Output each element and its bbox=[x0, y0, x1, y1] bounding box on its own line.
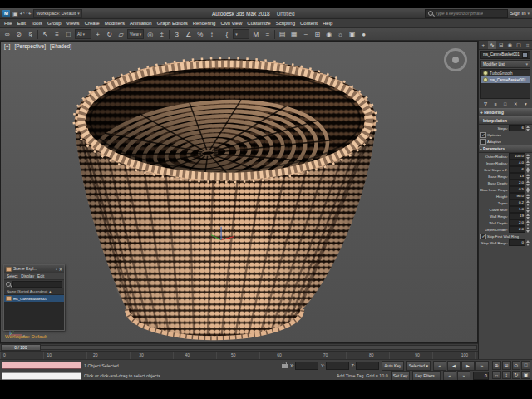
viewcube[interactable] bbox=[444, 48, 467, 71]
param-value[interactable]: 1.0 bbox=[509, 206, 525, 213]
menu-tools[interactable]: Tools bbox=[28, 21, 45, 26]
pan-view-button[interactable]: ↔ bbox=[492, 371, 501, 380]
tab-motion[interactable]: ◉ bbox=[505, 41, 515, 49]
tab-utilities[interactable]: ⌗ bbox=[523, 41, 532, 49]
curve-editor-icon[interactable]: ~ bbox=[300, 29, 311, 40]
select-and-manipulate-icon[interactable]: ‡ bbox=[156, 29, 167, 40]
menu-views[interactable]: Views bbox=[64, 21, 82, 26]
spinner-up-icon[interactable] bbox=[526, 126, 530, 128]
spinner[interactable] bbox=[526, 167, 530, 173]
render-production-icon[interactable]: ● bbox=[358, 29, 369, 40]
param-value[interactable]: 4.0 bbox=[509, 160, 525, 166]
spinner[interactable] bbox=[526, 187, 530, 193]
menu-edit[interactable]: Edit bbox=[15, 21, 28, 26]
schematic-view-icon[interactable]: ⊞ bbox=[312, 29, 323, 40]
spinner[interactable] bbox=[526, 174, 530, 180]
spinner-snap-toggle-icon[interactable]: ↕ bbox=[206, 29, 217, 40]
param-value[interactable]: 0.2 bbox=[509, 200, 525, 206]
select-by-name-icon[interactable]: ≡ bbox=[52, 29, 62, 40]
spinner-down-icon[interactable] bbox=[526, 184, 530, 186]
menu-content[interactable]: Content bbox=[298, 21, 320, 26]
go-to-start-button[interactable]: « bbox=[433, 361, 446, 371]
param-value[interactable]: 13 bbox=[509, 173, 525, 180]
list-item[interactable]: ms_CanneBasket001 bbox=[4, 295, 64, 302]
toggle-layer-explorer-icon[interactable]: ▤ bbox=[277, 29, 288, 40]
z-coordinate-field[interactable] bbox=[356, 362, 379, 370]
spinner-down-icon[interactable] bbox=[526, 164, 530, 166]
object-color-swatch[interactable] bbox=[522, 52, 528, 58]
show-end-result-button[interactable]: ≡ bbox=[494, 101, 496, 106]
workspace-selector[interactable]: Workspace: Default ▾ bbox=[33, 9, 81, 18]
save-file-icon[interactable]: ▣ bbox=[12, 9, 18, 18]
param-value[interactable]: 0.5 bbox=[509, 186, 525, 193]
auto-key-button[interactable]: Auto Key bbox=[382, 361, 403, 371]
spinner-up-icon[interactable] bbox=[526, 207, 530, 209]
menu-group[interactable]: Group bbox=[45, 21, 64, 26]
select-and-move-icon[interactable]: + bbox=[92, 29, 103, 40]
spinner-down-icon[interactable] bbox=[526, 129, 530, 131]
spinner-down-icon[interactable] bbox=[526, 177, 530, 180]
modifier-stack-item[interactable]: ms_CanneBasket001 bbox=[481, 76, 530, 83]
modifier-enabled-icon[interactable] bbox=[483, 77, 488, 82]
spinner-up-icon[interactable] bbox=[526, 240, 530, 243]
spinner-down-icon[interactable] bbox=[526, 190, 530, 193]
param-value[interactable]: 2.0 bbox=[509, 219, 525, 226]
scene-explorer-search-input[interactable] bbox=[12, 281, 62, 288]
spinner-down-icon[interactable] bbox=[526, 244, 530, 246]
spinner-up-icon[interactable] bbox=[526, 194, 530, 196]
menu-file[interactable]: File bbox=[2, 21, 15, 26]
spinner[interactable] bbox=[526, 194, 530, 200]
scene-explorer-list[interactable]: ms_CanneBasket001 bbox=[4, 295, 64, 330]
spinner-up-icon[interactable] bbox=[526, 220, 530, 223]
redo-icon[interactable]: ↷ bbox=[27, 9, 32, 18]
scene-explorer-column-header[interactable]: Name (Sorted Ascending) ▴ bbox=[4, 288, 64, 295]
tab-display[interactable]: ▢ bbox=[515, 41, 524, 49]
spinner-up-icon[interactable] bbox=[526, 214, 530, 216]
minimize-icon[interactable]: ▫ bbox=[56, 267, 57, 272]
spinner-down-icon[interactable] bbox=[526, 230, 530, 233]
maximize-viewport-toggle-button[interactable]: ▣ bbox=[521, 371, 530, 380]
pin-stack-button[interactable]: ∇ bbox=[484, 101, 487, 106]
time-slider-track[interactable] bbox=[1, 345, 477, 350]
spinner[interactable] bbox=[526, 227, 530, 233]
modifier-enabled-icon[interactable] bbox=[483, 71, 488, 76]
checkbox[interactable] bbox=[480, 139, 486, 145]
use-pivot-point-center-icon[interactable]: ◎ bbox=[145, 29, 155, 40]
menu-civil-view[interactable]: Civil View bbox=[218, 21, 244, 26]
spinner-up-icon[interactable] bbox=[526, 180, 530, 183]
spinner[interactable] bbox=[526, 200, 530, 206]
select-and-rotate-icon[interactable]: ↻ bbox=[104, 29, 115, 40]
param-value[interactable]: 19 bbox=[509, 213, 525, 219]
spinner[interactable] bbox=[526, 240, 530, 246]
spinner-up-icon[interactable] bbox=[526, 154, 530, 156]
mirror-icon[interactable]: M bbox=[250, 29, 261, 40]
spinner-up-icon[interactable] bbox=[526, 227, 530, 229]
select-and-link-icon[interactable]: ∞ bbox=[2, 29, 12, 40]
spinner[interactable] bbox=[526, 207, 530, 213]
spinner-up-icon[interactable] bbox=[526, 187, 530, 190]
reference-coordinate-system-dropdown[interactable]: View▾ bbox=[127, 29, 144, 39]
sign-in-button[interactable]: Sign In ▾ bbox=[510, 11, 530, 16]
orbit-button[interactable]: ↻ bbox=[512, 371, 521, 380]
modifier-list-dropdown[interactable]: Modifier List ▾ bbox=[480, 60, 530, 68]
bind-to-space-warp-icon[interactable]: § bbox=[25, 29, 36, 40]
percent-snap-toggle-icon[interactable]: % bbox=[195, 29, 205, 40]
rollout-parameters[interactable]: - Parameters bbox=[479, 145, 532, 153]
spinner[interactable] bbox=[526, 126, 530, 131]
select-and-scale-icon[interactable]: ▱ bbox=[116, 29, 126, 40]
menu-animation[interactable]: Animation bbox=[127, 21, 155, 26]
render-setup-icon[interactable]: ☼ bbox=[335, 29, 346, 40]
checkbox[interactable]: ✓ bbox=[480, 234, 486, 239]
unlink-selection-icon[interactable]: ⊘ bbox=[13, 29, 24, 40]
viewport-menu-view[interactable]: [Perspective] bbox=[14, 43, 46, 49]
y-coordinate-field[interactable] bbox=[326, 362, 349, 370]
spinner-down-icon[interactable] bbox=[526, 217, 530, 219]
spinner[interactable] bbox=[526, 160, 530, 166]
param-value[interactable]: 6 bbox=[509, 166, 525, 173]
tab-modify[interactable]: ∿ bbox=[488, 41, 497, 49]
menu-edit[interactable]: Edit bbox=[37, 274, 44, 278]
spinner[interactable] bbox=[526, 214, 530, 219]
menu-create[interactable]: Create bbox=[82, 21, 102, 26]
3ds-max-logo-icon[interactable]: M bbox=[2, 10, 10, 17]
remove-modifier-button[interactable]: ✕ bbox=[514, 101, 518, 106]
